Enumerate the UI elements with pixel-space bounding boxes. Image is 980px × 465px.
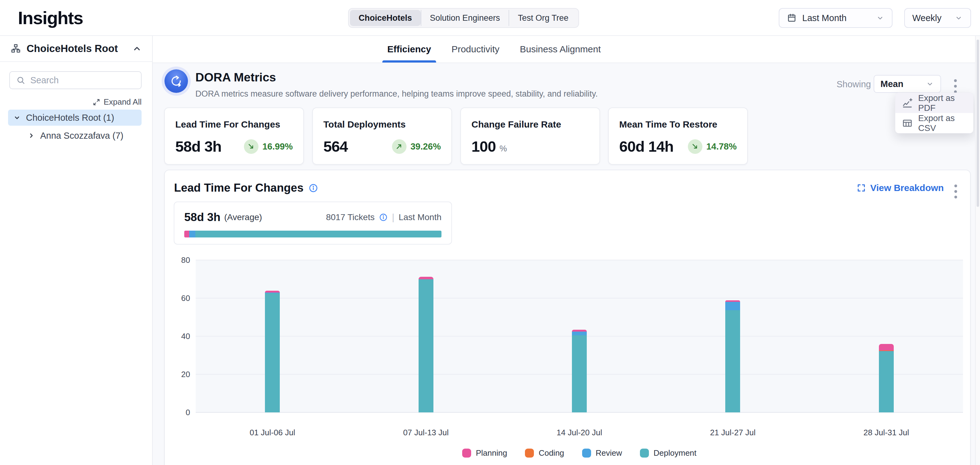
legend-label: Review bbox=[596, 448, 622, 458]
legend-item-review[interactable]: Review bbox=[582, 448, 622, 458]
bar-band bbox=[810, 260, 963, 412]
bar-28 Jul-31 Jul[interactable] bbox=[879, 344, 894, 412]
chevron-down-icon[interactable] bbox=[13, 113, 21, 121]
date-range-select[interactable]: Last Month bbox=[779, 8, 892, 28]
trend-delta: 14.78% bbox=[706, 142, 737, 152]
legend-label: Coding bbox=[539, 448, 564, 458]
menu-item-export-csv[interactable]: Export as CSV bbox=[895, 113, 973, 133]
y-axis-tick: 60 bbox=[168, 294, 190, 303]
bar-segment-deployment[interactable] bbox=[572, 335, 587, 412]
tree-item-anna-scozzafava[interactable]: Anna Scozzafava (7) bbox=[8, 128, 142, 144]
search-input[interactable] bbox=[30, 75, 147, 85]
expand-all-button[interactable]: Expand All bbox=[92, 97, 142, 107]
bar-segment-review[interactable] bbox=[572, 332, 587, 335]
bar-segment-planning[interactable] bbox=[879, 344, 894, 350]
sidebar-title: ChoiceHotels Root bbox=[27, 43, 127, 54]
summary-period: Last Month bbox=[398, 213, 441, 222]
chevron-down-icon bbox=[876, 14, 885, 22]
calendar-icon bbox=[787, 13, 797, 23]
stacked-bar-chart bbox=[196, 260, 963, 412]
tab-efficiency[interactable]: Efficiency bbox=[387, 36, 431, 62]
org-tab-solution-engineers[interactable]: Solution Engineers bbox=[421, 10, 509, 26]
insights-page: Insights ChoiceHotels Solution Engineers… bbox=[0, 0, 980, 465]
bar-segment-planning[interactable] bbox=[418, 277, 433, 279]
info-icon[interactable] bbox=[379, 213, 388, 222]
phase-segment-deployment bbox=[196, 231, 441, 238]
phase-distribution-bar bbox=[184, 231, 441, 238]
main-content: Efficiency Productivity Business Alignme… bbox=[153, 36, 975, 465]
chart-legend: PlanningCodingReviewDeployment bbox=[196, 448, 963, 458]
legend-item-deployment[interactable]: Deployment bbox=[640, 448, 697, 458]
view-breakdown-label: View Breakdown bbox=[870, 183, 944, 193]
trend-up-icon bbox=[392, 139, 407, 154]
search-box bbox=[9, 71, 142, 89]
x-axis-tick: 01 Jul-06 Jul bbox=[226, 428, 319, 438]
trend-delta: 39.26% bbox=[410, 142, 441, 152]
metric-card-change-failure-rate: Change Failure Rate 100 % bbox=[460, 107, 600, 165]
org-tab-test-org-tree[interactable]: Test Org Tree bbox=[509, 10, 577, 26]
chevron-right-icon[interactable] bbox=[27, 131, 35, 140]
tab-business-alignment[interactable]: Business Alignment bbox=[520, 36, 601, 62]
x-axis-tick: 28 Jul-31 Jul bbox=[840, 428, 933, 438]
x-axis-tick: 14 Jul-20 Jul bbox=[533, 428, 626, 438]
trend-down-icon bbox=[688, 139, 702, 154]
y-axis-tick: 80 bbox=[168, 256, 190, 265]
x-axis-tick: 21 Jul-27 Jul bbox=[686, 428, 779, 438]
trend-delta: 16.99% bbox=[262, 142, 293, 152]
showing-mode-value: Mean bbox=[880, 79, 903, 89]
date-range-value: Last Month bbox=[802, 13, 870, 23]
legend-swatch bbox=[582, 449, 591, 457]
menu-item-export-pdf[interactable]: Export as PDF bbox=[895, 93, 973, 113]
legend-item-planning[interactable]: Planning bbox=[462, 448, 507, 458]
scrollbar-track[interactable] bbox=[975, 36, 980, 465]
bar-segment-review[interactable] bbox=[725, 302, 740, 310]
view-breakdown-button[interactable]: View Breakdown bbox=[857, 183, 944, 193]
org-tab-choicehotels[interactable]: ChoiceHotels bbox=[350, 10, 421, 26]
tree-item-label: ChoiceHotels Root (1) bbox=[26, 113, 114, 123]
table-icon bbox=[902, 118, 913, 128]
bar-band bbox=[656, 260, 809, 412]
bar-07 Jul-13 Jul[interactable] bbox=[418, 277, 433, 412]
menu-item-label: Export as CSV bbox=[918, 113, 966, 133]
bar-band bbox=[349, 260, 503, 412]
phase-segment-planning bbox=[184, 231, 189, 238]
tickets-count: 8017 Tickets bbox=[326, 213, 374, 222]
bar-band bbox=[196, 260, 349, 412]
tree-item-label: Anna Scozzafava (7) bbox=[40, 131, 123, 141]
bar-14 Jul-20 Jul[interactable] bbox=[572, 330, 587, 412]
expand-all-icon bbox=[92, 98, 100, 106]
bar-segment-deployment[interactable] bbox=[265, 293, 280, 412]
chevron-down-icon bbox=[926, 80, 934, 88]
metric-card-lead-time: Lead Time For Changes 58d 3h 16.99% bbox=[164, 107, 304, 165]
chart-section-title: Lead Time For Changes bbox=[174, 181, 304, 195]
bar-segment-deployment[interactable] bbox=[879, 352, 894, 412]
expand-corners-icon bbox=[857, 183, 866, 193]
section-tabs-row: Efficiency Productivity Business Alignme… bbox=[153, 36, 975, 63]
org-tree-icon bbox=[11, 43, 21, 54]
chart-overflow-menu-button[interactable] bbox=[953, 183, 959, 200]
info-icon[interactable] bbox=[309, 183, 318, 193]
granularity-value: Weekly bbox=[912, 13, 949, 23]
granularity-select[interactable]: Weekly bbox=[904, 8, 971, 28]
showing-label: Showing bbox=[837, 79, 871, 89]
showing-mode-select[interactable]: Mean bbox=[873, 75, 941, 93]
tree-item-choicehotels-root[interactable]: ChoiceHotels Root (1) bbox=[8, 110, 142, 126]
export-menu: Export as PDF Export as CSV bbox=[895, 93, 974, 133]
scrollbar-thumb[interactable] bbox=[977, 40, 979, 207]
legend-item-coding[interactable]: Coding bbox=[525, 448, 564, 458]
collapse-sidebar-button[interactable] bbox=[132, 44, 142, 53]
bar-01 Jul-06 Jul[interactable] bbox=[265, 291, 280, 412]
legend-swatch bbox=[462, 449, 471, 457]
lead-time-chart-card: Lead Time For Changes View Breakdown 58d… bbox=[164, 169, 971, 465]
metric-title: Change Failure Rate bbox=[471, 119, 589, 130]
bar-segment-deployment[interactable] bbox=[725, 310, 740, 412]
bar-21 Jul-27 Jul[interactable] bbox=[725, 300, 740, 412]
bar-segment-deployment[interactable] bbox=[418, 279, 433, 413]
tab-productivity[interactable]: Productivity bbox=[451, 36, 499, 62]
top-bar: Insights ChoiceHotels Solution Engineers… bbox=[0, 0, 980, 36]
sidebar: ChoiceHotels Root Expand All ChoiceHotel… bbox=[0, 36, 153, 465]
average-qualifier: (Average) bbox=[224, 213, 262, 222]
metric-card-total-deployments: Total Deployments 564 39.26% bbox=[312, 107, 452, 165]
x-axis-labels: 01 Jul-06 Jul07 Jul-13 Jul14 Jul-20 Jul2… bbox=[196, 428, 963, 438]
chart-line-icon bbox=[902, 98, 913, 109]
